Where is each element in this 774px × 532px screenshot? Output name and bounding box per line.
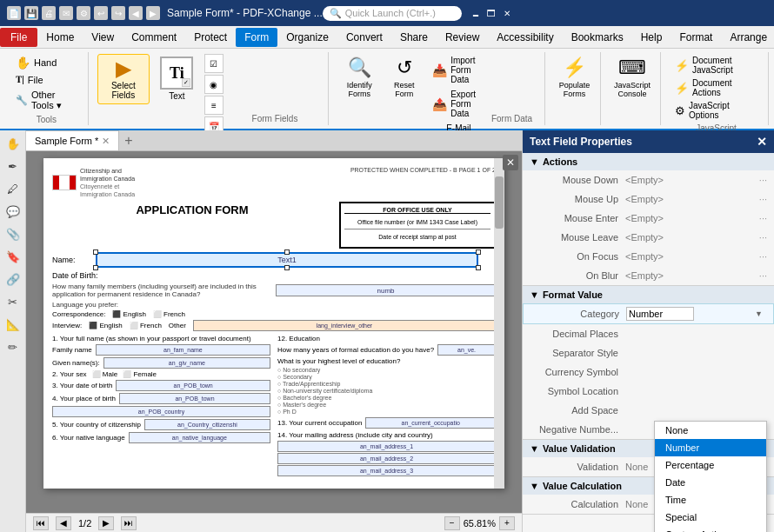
name-field-container[interactable]: Text1: [96, 252, 478, 268]
settings-icon[interactable]: ⚙: [77, 6, 90, 20]
menu-protect[interactable]: Protect: [185, 28, 236, 47]
import-form-data-button[interactable]: 📥 Import Form Data: [427, 54, 481, 86]
sidebar-pencil-icon[interactable]: ✏: [3, 337, 23, 356]
on-focus-dots[interactable]: ···: [759, 251, 767, 262]
menu-help[interactable]: Help: [632, 28, 671, 47]
sidebar-attach-icon[interactable]: 📎: [3, 224, 23, 243]
close-button[interactable]: ✕: [500, 6, 514, 20]
js-options-button[interactable]: ⚙ JavaScript Options: [670, 99, 763, 122]
tab-sample-form[interactable]: Sample Form * ✕: [26, 130, 119, 150]
quick-launch-search[interactable]: 🔍 Quick Launch (Ctrl+.): [323, 6, 462, 21]
back-nav-icon[interactable]: ◀: [129, 6, 143, 20]
handle-tl[interactable]: [93, 249, 98, 255]
menu-home[interactable]: Home: [37, 28, 83, 47]
panel-close-button[interactable]: ✕: [757, 135, 767, 149]
mail-field-2[interactable]: an_mail_address_2: [277, 453, 496, 464]
menu-convert[interactable]: Convert: [337, 28, 391, 47]
sidebar-crop-icon[interactable]: ✂: [3, 292, 23, 311]
pob-country-field[interactable]: an_POB_country: [52, 406, 270, 417]
nav-prev-button[interactable]: ◀: [56, 516, 71, 530]
dropdown-special[interactable]: Special: [655, 509, 766, 526]
lang-interview-field[interactable]: lang_interview_other: [193, 320, 496, 331]
document-close-button[interactable]: ✕: [503, 155, 518, 170]
dob-field[interactable]: an_POB_town: [116, 380, 270, 391]
dropdown-custom-action[interactable]: Custom Action: [655, 526, 766, 532]
occupation-field[interactable]: an_current_occupatio: [365, 417, 496, 429]
export-form-data-button[interactable]: 📤 Export Form Data: [427, 88, 481, 120]
tab-close-icon[interactable]: ✕: [102, 136, 110, 147]
dropdown-none[interactable]: None: [655, 422, 766, 439]
radio-button[interactable]: ◉: [204, 75, 224, 94]
undo-icon[interactable]: ↩: [94, 6, 108, 20]
other-tools-button[interactable]: 🔧 Other Tools ▾: [10, 88, 83, 113]
listbox-button[interactable]: ≡: [204, 96, 224, 115]
native-lang-field[interactable]: an_native_language: [129, 432, 270, 443]
nav-first-button[interactable]: ⏮: [33, 516, 49, 530]
sidebar-pen-icon[interactable]: ✒: [3, 156, 23, 176]
menu-bookmarks[interactable]: Bookmarks: [563, 28, 632, 47]
sidebar-bookmark-icon[interactable]: 🔖: [3, 247, 23, 266]
identify-forms-button[interactable]: 🔍 IdentifyForms: [337, 54, 381, 101]
menu-arrange[interactable]: Arrange: [721, 28, 774, 47]
sidebar-comment-icon[interactable]: 💬: [3, 202, 23, 221]
mouse-up-dots[interactable]: ···: [759, 194, 767, 204]
actions-section-header[interactable]: ▼ Actions: [523, 153, 774, 170]
menu-accessibility[interactable]: Accessibility: [488, 28, 562, 47]
fwd-nav-icon[interactable]: ▶: [146, 6, 160, 20]
mouse-down-dots[interactable]: ···: [759, 175, 767, 185]
mail-field-1[interactable]: an_mail_address_1: [277, 441, 496, 452]
mouse-leave-dots[interactable]: ···: [759, 232, 767, 243]
given-name-field[interactable]: an_giv_name: [103, 357, 270, 369]
sidebar-highlight-icon[interactable]: 🖊: [3, 179, 23, 198]
menu-file[interactable]: File: [0, 28, 37, 47]
maximize-button[interactable]: 🗖: [484, 6, 498, 20]
menu-comment[interactable]: Comment: [123, 28, 185, 47]
save-icon[interactable]: 💾: [24, 6, 38, 20]
menu-share[interactable]: Share: [391, 28, 437, 47]
citizenship-field[interactable]: an_Country_citizenshi: [144, 419, 270, 430]
family-name-field[interactable]: an_fam_name: [96, 344, 270, 356]
on-blur-dots[interactable]: ···: [759, 270, 767, 281]
checkbox-button[interactable]: ☑: [204, 54, 224, 73]
print-icon[interactable]: 🖨: [42, 6, 56, 20]
educ-field[interactable]: an_ve.: [437, 344, 496, 356]
select-text-button[interactable]: 𝐓| File: [10, 72, 83, 87]
select-fields-button[interactable]: ▶ SelectFields: [97, 54, 150, 104]
nav-last-button[interactable]: ⏭: [121, 516, 137, 530]
doc-actions-button[interactable]: ⚡ Document Actions: [670, 76, 763, 99]
doc-js-button[interactable]: ⚡ Document JavaScript: [670, 54, 763, 76]
doc-scroll-thumb[interactable]: [495, 176, 504, 229]
num-field[interactable]: numb: [276, 284, 496, 296]
handle-tr[interactable]: [476, 249, 481, 255]
tab-add-button[interactable]: +: [119, 133, 137, 149]
pob-town-field[interactable]: an_POB_town: [119, 393, 270, 404]
menu-form[interactable]: Form: [236, 28, 277, 47]
handle-bc[interactable]: [284, 265, 290, 270]
dropdown-number[interactable]: Number: [655, 439, 766, 456]
handle-br[interactable]: [476, 265, 481, 270]
js-console-button[interactable]: ⌨ JavaScriptConsole: [610, 54, 655, 101]
sidebar-measure-icon[interactable]: 📐: [3, 315, 23, 334]
menu-organize[interactable]: Organize: [277, 28, 337, 47]
mail-field-3[interactable]: an_mail_address_3: [277, 465, 496, 476]
populate-forms-button[interactable]: ⚡ PopulateForms: [552, 54, 596, 101]
dropdown-percentage[interactable]: Percentage: [655, 456, 766, 474]
sidebar-link-icon[interactable]: 🔗: [3, 269, 23, 289]
dropdown-time[interactable]: Time: [655, 491, 766, 509]
zoom-out-button[interactable]: −: [444, 516, 460, 530]
mouse-enter-dots[interactable]: ···: [759, 213, 767, 223]
menu-format[interactable]: Format: [671, 28, 721, 47]
nav-next-button[interactable]: ▶: [98, 516, 114, 530]
hand-tool-button[interactable]: ✋ Hand: [10, 54, 83, 71]
sidebar-hand-icon[interactable]: ✋: [3, 134, 23, 153]
dropdown-date[interactable]: Date: [655, 474, 766, 491]
redo-icon[interactable]: ↪: [111, 6, 125, 20]
email-icon[interactable]: ✉: [59, 6, 73, 20]
format-value-header[interactable]: ▼ Format Value: [523, 286, 774, 303]
doc-scrollbar[interactable]: [494, 158, 504, 489]
minimize-button[interactable]: 🗕: [469, 6, 483, 20]
menu-review[interactable]: Review: [437, 28, 488, 47]
text-field-button[interactable]: Ti ✓ Text: [153, 54, 201, 103]
menu-view[interactable]: View: [83, 28, 123, 47]
reset-form-button[interactable]: ↺ ResetForm: [384, 54, 424, 101]
